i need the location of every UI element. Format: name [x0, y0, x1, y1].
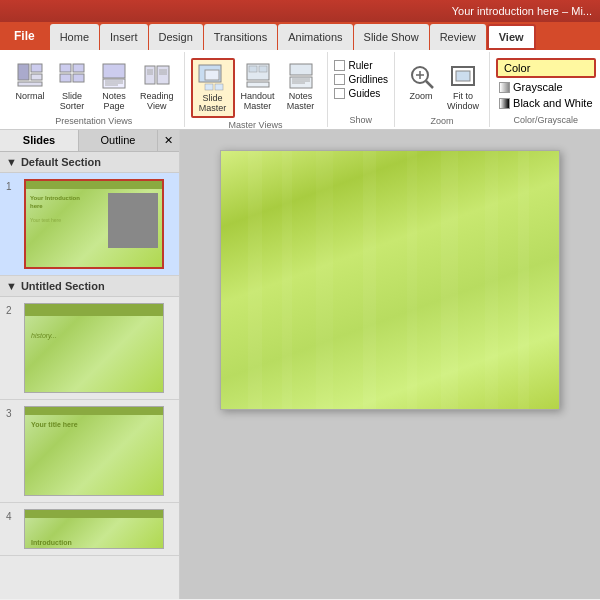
notes-master-icon [285, 60, 317, 92]
guides-label: Guides [349, 88, 381, 99]
notes-page-label: NotesPage [102, 92, 126, 112]
zoom-icon [405, 60, 437, 92]
show-group: Ruler Gridlines Guides Show [328, 52, 395, 127]
tab-design[interactable]: Design [149, 24, 203, 50]
default-section-arrow: ▼ [6, 156, 17, 168]
ribbon: Normal SlideSorter [0, 50, 600, 130]
tab-slides[interactable]: Slides [0, 130, 79, 151]
grayscale-button[interactable]: Grayscale [496, 80, 595, 94]
handout-master-label: HandoutMaster [241, 92, 275, 112]
ruler-label: Ruler [349, 60, 373, 71]
slide-master-button[interactable]: SlideMaster [191, 58, 235, 118]
zoom-label-group: Zoom [431, 114, 454, 126]
tab-insert[interactable]: Insert [100, 24, 148, 50]
svg-rect-3 [18, 82, 42, 86]
slide-preview-4: Introduction [24, 509, 164, 549]
show-checkboxes: Ruler Gridlines Guides [334, 54, 388, 99]
tab-file[interactable]: File [0, 22, 49, 50]
bw-check [499, 98, 510, 109]
notes-master-button[interactable]: NotesMaster [281, 58, 321, 114]
fit-to-window-button[interactable]: Fit toWindow [443, 58, 483, 114]
sidebar: Slides Outline ✕ ▼ Default Section 1 You… [0, 130, 180, 599]
title-bar: Your introduction here – Mi... [0, 0, 600, 22]
slide-preview-1: Your Introduction here Your text here [24, 179, 164, 269]
slide-thumb-2[interactable]: 2 history... [0, 297, 179, 400]
reading-view-button[interactable]: ReadingView [136, 58, 178, 114]
svg-rect-22 [205, 70, 219, 80]
slide-preview-3: Your title here [24, 406, 164, 496]
slide-1-subtitle: Your text here [30, 217, 85, 223]
ruler-checkbox[interactable] [334, 60, 345, 71]
tab-slideshow[interactable]: Slide Show [354, 24, 429, 50]
normal-icon [14, 60, 46, 92]
grayscale-label: Grayscale [513, 81, 563, 93]
svg-rect-1 [31, 64, 42, 72]
untitled-section-label: Untitled Section [21, 280, 105, 292]
tab-animations[interactable]: Animations [278, 24, 352, 50]
ruler-checkbox-item[interactable]: Ruler [334, 60, 388, 71]
color-button[interactable]: Color [496, 58, 595, 78]
stripe-2 [282, 151, 292, 409]
tab-home[interactable]: Home [50, 24, 99, 50]
stripe-8 [518, 151, 528, 409]
gridlines-checkbox[interactable] [334, 74, 345, 85]
master-view-buttons: SlideMaster HandoutMaster [191, 54, 321, 118]
normal-view-button[interactable]: Normal [10, 58, 50, 104]
svg-rect-2 [31, 74, 42, 80]
slide-thumb-1[interactable]: 1 Your Introduction here Your text here [0, 173, 179, 276]
stripe-6 [441, 151, 458, 409]
reading-view-label: ReadingView [140, 92, 174, 112]
slide-4-topbar [25, 510, 163, 518]
slide-num-2: 2 [6, 303, 18, 316]
zoom-buttons: Zoom Fit toWindow [401, 54, 483, 114]
slide-2-header [25, 304, 163, 312]
stripe-4 [363, 151, 377, 409]
guides-checkbox-item[interactable]: Guides [334, 88, 388, 99]
slide-sorter-button[interactable]: SlideSorter [52, 58, 92, 114]
tab-transitions[interactable]: Transitions [204, 24, 277, 50]
gridlines-label: Gridlines [349, 74, 388, 85]
svg-rect-24 [215, 84, 223, 90]
black-white-button[interactable]: Black and White [496, 96, 595, 110]
svg-rect-5 [73, 64, 84, 72]
untitled-section-arrow: ▼ [6, 280, 17, 292]
color-grayscale-group: Color Grayscale Black and White Color/Gr… [490, 52, 600, 127]
tab-review[interactable]: Review [430, 24, 486, 50]
svg-rect-28 [247, 82, 269, 87]
ribbon-tab-bar: File Home Insert Design Transitions Anim… [0, 22, 600, 50]
presentation-view-buttons: Normal SlideSorter [10, 54, 178, 114]
notes-master-label: NotesMaster [287, 92, 315, 112]
fit-to-window-label: Fit toWindow [447, 92, 479, 112]
tab-outline[interactable]: Outline [79, 130, 158, 151]
svg-line-35 [426, 81, 433, 88]
gridlines-checkbox-item[interactable]: Gridlines [334, 74, 388, 85]
fit-to-window-icon [447, 60, 479, 92]
slide-4-title: Introduction [31, 539, 72, 546]
zoom-button[interactable]: Zoom [401, 58, 441, 104]
slide-num-3: 3 [6, 406, 18, 419]
svg-rect-23 [205, 84, 213, 90]
normal-label: Normal [15, 92, 44, 102]
stripe-7 [485, 151, 499, 409]
presentation-views-group: Normal SlideSorter [4, 52, 185, 127]
slide-num-4: 4 [6, 509, 18, 522]
zoom-label: Zoom [410, 92, 433, 102]
svg-rect-26 [249, 66, 257, 72]
slide-preview-2: history... [24, 303, 164, 393]
slide-thumb-3[interactable]: 3 Your title here [0, 400, 179, 503]
tab-view[interactable]: View [487, 24, 536, 50]
svg-rect-27 [259, 66, 267, 72]
sidebar-tab-bar: Slides Outline ✕ [0, 130, 179, 152]
slide-thumb-4[interactable]: 4 Introduction [0, 503, 179, 556]
sidebar-close-button[interactable]: ✕ [158, 130, 179, 151]
guides-checkbox[interactable] [334, 88, 345, 99]
slide-master-label: SlideMaster [199, 94, 227, 114]
svg-rect-4 [60, 64, 71, 72]
bw-label: Black and White [513, 97, 592, 109]
svg-rect-0 [18, 64, 29, 80]
zoom-group: Zoom Fit toWindow Zoom [395, 52, 490, 127]
handout-master-button[interactable]: HandoutMaster [237, 58, 279, 114]
svg-rect-39 [456, 71, 470, 81]
slide-2-topbar [25, 312, 163, 316]
notes-page-button[interactable]: NotesPage [94, 58, 134, 114]
